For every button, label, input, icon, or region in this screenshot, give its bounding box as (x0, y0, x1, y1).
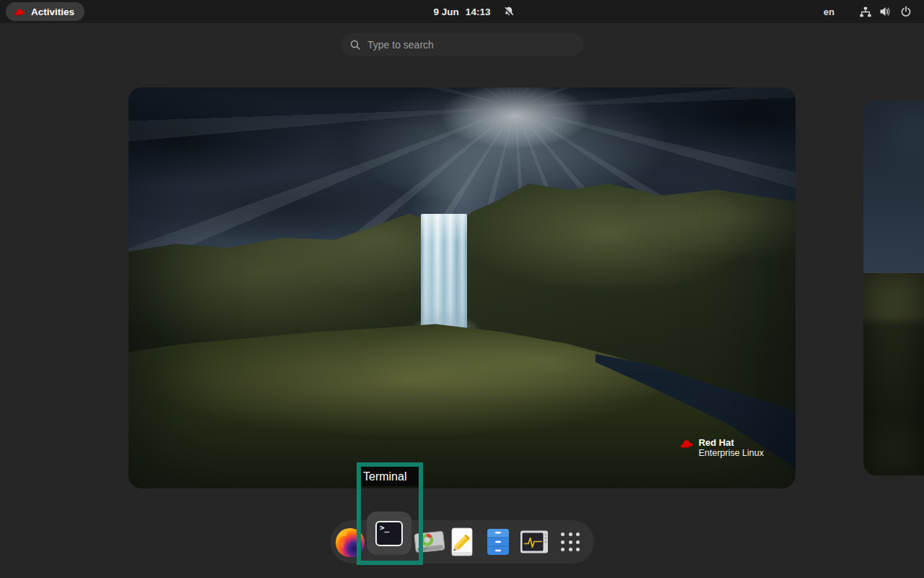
search-bar[interactable] (341, 33, 583, 56)
rhel-brand-text: Red Hat (699, 438, 764, 448)
workspace-preview-next[interactable] (863, 100, 924, 475)
clock[interactable]: 9 Jun 14:13 (434, 0, 491, 23)
clock-date: 9 Jun (434, 7, 459, 17)
activities-button[interactable]: Activities (6, 2, 84, 21)
volume-output-icon (879, 6, 892, 18)
keyboard-layout-indicator[interactable]: en (824, 7, 834, 17)
top-bar: Activities 9 Jun 14:13 en (0, 0, 924, 23)
next-wallpaper-sky (863, 100, 924, 273)
rhel-product-text: Enterprise Linux (699, 448, 764, 458)
activities-label: Activities (31, 7, 74, 17)
wired-network-icon (858, 6, 872, 18)
clock-time: 14:13 (466, 7, 491, 17)
files-icon[interactable] (485, 527, 511, 556)
next-wallpaper-hill (863, 273, 924, 475)
workspace-preview-current[interactable]: Red Hat Enterprise Linux (128, 87, 796, 488)
notifications-disabled-icon (503, 6, 515, 17)
terminal-tooltip: Terminal (361, 467, 419, 486)
system-monitor-icon[interactable] (520, 530, 549, 554)
redhat-fedora-icon (679, 438, 694, 449)
power-icon (899, 6, 912, 18)
text-editor-icon[interactable] (448, 527, 476, 557)
system-status-area[interactable]: en (824, 0, 912, 23)
redhat-fedora-icon (13, 7, 26, 17)
terminal-highlight-frame: Terminal (357, 462, 423, 565)
show-applications-icon[interactable] (561, 532, 580, 551)
search-input[interactable] (367, 39, 570, 51)
search-icon (350, 40, 361, 51)
rhel-wallpaper-logo: Red Hat Enterprise Linux (679, 438, 764, 458)
apps-grid-dots (561, 532, 580, 551)
